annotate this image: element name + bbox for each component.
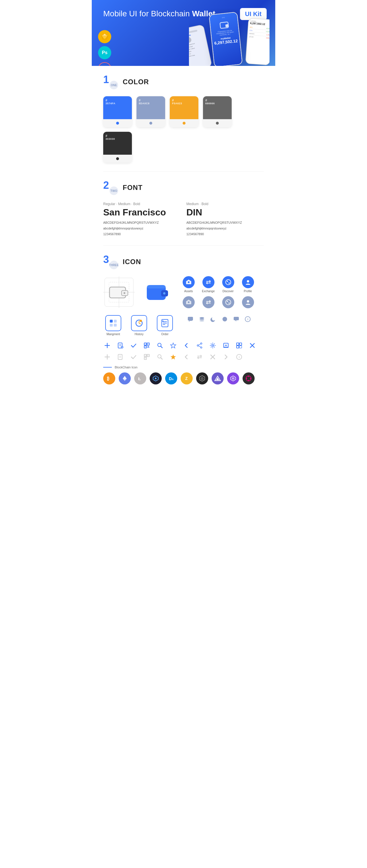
svg-rect-78 [239,346,242,348]
svg-point-68 [201,347,202,348]
nav-icons-gray-row [181,296,256,308]
phone-right: myWallet 6,297,502.12 BTC+5.2% ETH+3.1% … [245,18,270,65]
close-icon [248,341,256,349]
color-swatch-gray: #666666 [203,96,232,127]
icon-order: Order [155,315,175,336]
eth-icon [119,372,131,384]
svg-rect-29 [114,320,117,322]
svg-point-17 [188,281,190,283]
order-icon [157,315,173,331]
blockchain-divider: BlockChain Icon [103,366,264,369]
icon-construction-area: Assets Exchange [103,276,264,308]
hero-title-text: Mobile UI for Blockchain [103,9,192,18]
profile-gray-icon [242,296,254,308]
svg-marker-114 [232,377,234,380]
svg-rect-87 [145,355,146,356]
switch-icon [235,341,243,349]
svg-rect-63 [147,347,149,347]
svg-rect-77 [236,346,239,348]
color-swatch-steel: #8DA0C8 [137,96,165,127]
plus-icon [103,341,111,349]
svg-rect-62 [148,346,149,347]
icon-section-title: ICON [123,258,141,266]
document-add-icon [116,341,124,349]
exchange-gray-icon [202,296,215,308]
layers-icon [198,315,206,323]
svg-rect-44 [234,317,239,320]
svg-point-27 [247,300,249,303]
search-gray-icon [156,353,164,361]
icon-history: History [129,315,149,336]
svg-point-119 [250,378,251,379]
sketch-badge [98,30,111,43]
svg-point-43 [223,317,227,321]
switch-gray-icon [196,353,204,361]
chevron-left-gray-icon [182,353,190,361]
svg-rect-76 [239,343,242,345]
svg-point-23 [188,301,190,303]
plus-gray-icon [103,353,111,361]
check-gray-icon [130,353,138,361]
assets-icon [182,276,195,288]
ltc-icon: Ł [134,372,146,384]
svg-rect-30 [110,324,113,327]
svg-rect-83 [118,354,122,360]
color-section-title: COLOR [123,78,149,86]
svg-rect-89 [148,355,148,356]
color-swatches-container: #3574FA #8DA0C8 #F5A623 #666666 [103,96,264,163]
dash-icon: D A [165,372,177,384]
svg-rect-60 [145,347,146,347]
svg-line-65 [161,346,162,348]
font-section-number: 2 TWO [103,180,118,195]
hero-badges: Ps 60+ Screens [98,30,111,66]
font-section-title: FONT [123,184,142,192]
svg-point-117 [248,380,249,381]
font-section: 2 TWO FONT Regular · Medium · Bold San F… [92,172,275,246]
font-grid: Regular · Medium · Bold San Francisco AB… [103,202,264,237]
svg-point-33 [140,320,142,322]
font-din: Medium · Bold DIN ABCDEFGHIJKLMNOPQRSTUV… [186,202,264,237]
svg-rect-58 [148,344,148,344]
svg-rect-31 [114,324,117,327]
small-icons-blue-row [103,341,264,349]
settings-icon [209,341,217,349]
exchange-icon [202,276,215,288]
svg-rect-61 [147,346,148,346]
star-icon [169,341,177,349]
svg-point-11 [123,292,125,294]
svg-point-118 [246,378,247,379]
chat-icon [186,315,194,323]
svg-rect-38 [162,320,163,322]
moon-icon [209,315,217,323]
icon-discover-gray [220,296,236,308]
zcash-icon: Z [181,372,193,384]
svg-rect-56 [145,344,146,344]
svg-rect-4 [225,24,228,27]
svg-point-20 [228,282,230,284]
icon-wallet-filled [143,278,172,307]
matic-icon [227,372,239,384]
hero-section: Mobile UI for Blockchain Wallet UI Kit P… [92,0,275,66]
icon-guide-grid [103,276,135,308]
btc-icon: ₿ [103,372,115,384]
icon-section-header: 3 THREE ICON [103,254,264,269]
document-gray-icon [116,353,124,361]
icon-management: Mangment [103,315,123,336]
ps-badge: Ps [98,46,111,59]
circle-icon [221,315,229,323]
svg-line-70 [198,344,201,345]
svg-text:Ł: Ł [138,376,141,381]
color-section-number: 1 ONE [103,74,118,89]
svg-point-104 [155,378,157,379]
nav-icons-blue-row: Assets Exchange [181,276,256,293]
icon-section: 3 THREE ICON [92,246,275,393]
svg-point-72 [212,345,214,346]
history-icon [131,315,147,331]
assets-gray-icon [182,296,195,308]
upload-icon [222,341,230,349]
icon-assets: Assets [181,276,196,293]
svg-rect-28 [110,320,113,322]
svg-point-19 [227,281,228,282]
icon-discover: Discover [220,276,236,293]
star-orange-icon [169,353,177,361]
